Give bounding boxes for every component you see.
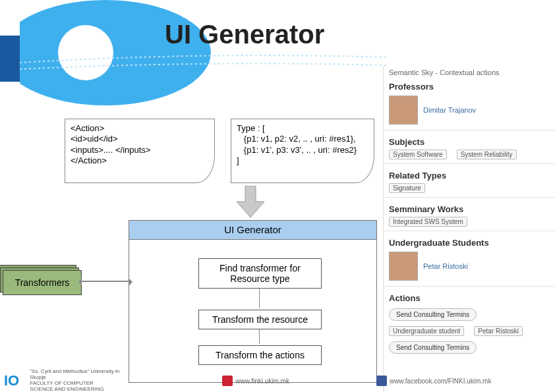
web-icon xyxy=(222,376,233,386)
header-blue-shape xyxy=(20,0,389,105)
faculty-text: "Ss. Cyril and Methodius" University in … xyxy=(30,369,135,392)
divider xyxy=(384,163,555,164)
svg-point-1 xyxy=(20,0,211,105)
panel-app-title: Semantic Sky - Contextual actions xyxy=(384,66,555,78)
tag-seminary[interactable]: Integrated SWS System xyxy=(389,217,467,227)
step-transform-resource: Transform the resource xyxy=(198,310,322,329)
ui-generator-header: UI Generator xyxy=(129,221,376,240)
avatar xyxy=(389,252,418,281)
professor-name[interactable]: Dimitar Trajanov xyxy=(423,106,476,114)
section-seminary: Semminary Works xyxy=(384,200,555,215)
tag-subject[interactable]: System Reliability xyxy=(457,150,517,159)
faculty-line1: "Ss. Cyril and Methodius" University in … xyxy=(30,369,135,381)
action-send-termins[interactable]: Send Consulting Termins xyxy=(389,308,477,321)
logo-icon: IO xyxy=(4,372,19,389)
footer-link-facebook[interactable]: www.facebook.com/FINKI.ukim.mk xyxy=(376,376,491,386)
web-url: www.finki.ukim.mk xyxy=(235,378,289,385)
ui-generator-body: Find transformer for Resource type Trans… xyxy=(129,240,376,383)
facebook-icon xyxy=(376,376,387,386)
tag-action[interactable]: Petar Ristoski xyxy=(474,326,523,336)
step-transform-actions: Transform the actions xyxy=(198,345,322,365)
divider xyxy=(384,231,555,231)
section-undergrad: Undergraduate Students xyxy=(384,234,555,249)
step-find-transformer: Find transformer for Resource type xyxy=(198,258,322,289)
slide: UI Generator <Action> <id>uid</id> <inpu… xyxy=(0,0,555,392)
footer: IO "Ss. Cyril and Methodius" University … xyxy=(0,370,555,392)
side-panel: Semantic Sky - Contextual actions Profes… xyxy=(383,66,555,392)
fb-url: www.facebook.com/FINKI.ukim.mk xyxy=(390,378,491,385)
arrow-down-icon xyxy=(234,186,267,219)
type-json-text: Type : [ {p1: v1, p2: v2, .. , uri: #res… xyxy=(237,123,368,166)
divider xyxy=(384,286,555,287)
section-actions: Actions xyxy=(384,289,555,304)
divider xyxy=(384,197,555,198)
svg-point-2 xyxy=(58,25,113,80)
page-title: UI Generator xyxy=(165,20,324,49)
divider xyxy=(384,130,555,130)
student-name[interactable]: Petar Ristoski xyxy=(423,262,468,270)
footer-link-web[interactable]: www.finki.ukim.mk xyxy=(222,376,289,386)
professor-row: Dimitar Trajanov xyxy=(384,93,555,127)
ui-generator-box: UI Generator Find transformer for Resour… xyxy=(129,220,377,383)
student-row: Petar Ristoski xyxy=(384,249,555,283)
xml-action-text: <Action> <id>uid</id> <inputs>.... </inp… xyxy=(71,123,209,166)
connector-line xyxy=(259,289,260,308)
section-professors: Professors xyxy=(384,78,555,93)
section-subjects: Subjects xyxy=(384,133,555,148)
action-send-termins-2[interactable]: Send Consulting Termins xyxy=(389,341,477,354)
section-related-types: Related Types xyxy=(384,167,555,182)
tag-related[interactable]: Signature xyxy=(389,183,425,193)
connector-line xyxy=(259,329,260,344)
faculty-line3: SCIENCE AND ENGINEERING xyxy=(30,387,135,392)
tag-subject[interactable]: System Software xyxy=(389,150,447,159)
avatar xyxy=(389,96,418,125)
bidirectional-arrow-icon xyxy=(82,281,129,282)
tag-action[interactable]: Undergraduate student xyxy=(389,326,464,336)
svg-marker-3 xyxy=(237,186,264,217)
transformers-label: Transformers xyxy=(3,270,82,295)
